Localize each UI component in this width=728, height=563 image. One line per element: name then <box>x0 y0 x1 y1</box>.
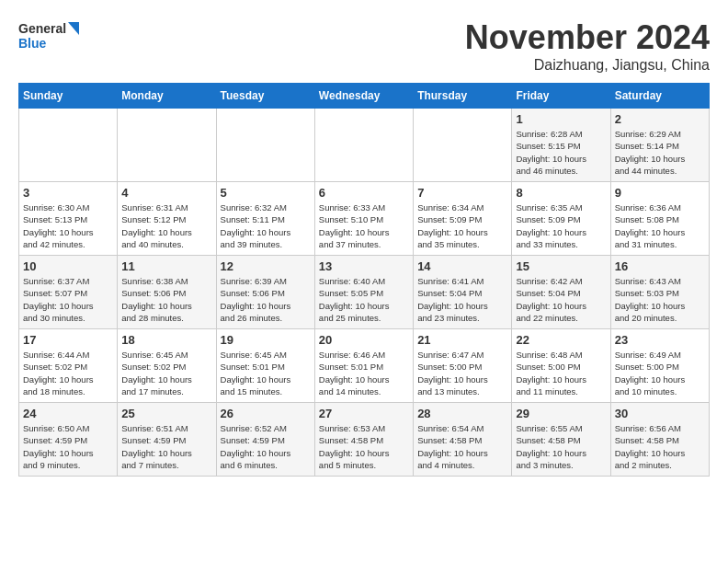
calendar-cell <box>314 109 413 182</box>
day-number: 19 <box>221 333 311 347</box>
logo: GeneralBlue <box>18 18 92 55</box>
calendar-cell: 17Sunrise: 6:44 AM Sunset: 5:02 PM Dayli… <box>19 329 118 403</box>
day-number: 2 <box>615 112 705 126</box>
calendar-table: SundayMondayTuesdayWednesdayThursdayFrid… <box>18 83 710 477</box>
calendar-cell: 26Sunrise: 6:52 AM Sunset: 4:59 PM Dayli… <box>216 403 314 477</box>
day-number: 27 <box>319 407 409 420</box>
day-info: Sunrise: 6:46 AM Sunset: 5:01 PM Dayligh… <box>319 349 409 397</box>
weekday-header: Wednesday <box>314 84 413 109</box>
calendar-cell: 15Sunrise: 6:42 AM Sunset: 5:04 PM Dayli… <box>512 256 610 329</box>
day-info: Sunrise: 6:36 AM Sunset: 5:08 PM Dayligh… <box>615 201 705 250</box>
day-number: 12 <box>221 259 311 273</box>
day-info: Sunrise: 6:28 AM Sunset: 5:15 PM Dayligh… <box>516 128 606 177</box>
day-number: 8 <box>516 186 606 200</box>
weekday-header: Monday <box>118 84 216 109</box>
header: GeneralBlue November 2024 Daizhuang, Jia… <box>18 18 710 74</box>
calendar-week-row: 1Sunrise: 6:28 AM Sunset: 5:15 PM Daylig… <box>19 109 710 182</box>
day-info: Sunrise: 6:54 AM Sunset: 4:58 PM Dayligh… <box>417 422 507 471</box>
svg-text:Blue: Blue <box>18 36 47 51</box>
day-info: Sunrise: 6:55 AM Sunset: 4:58 PM Dayligh… <box>516 422 606 471</box>
day-number: 7 <box>417 186 507 200</box>
calendar-cell: 11Sunrise: 6:38 AM Sunset: 5:06 PM Dayli… <box>118 256 216 329</box>
calendar-cell: 10Sunrise: 6:37 AM Sunset: 5:07 PM Dayli… <box>19 256 118 329</box>
calendar-cell <box>216 109 314 182</box>
calendar-cell: 18Sunrise: 6:45 AM Sunset: 5:02 PM Dayli… <box>118 329 216 403</box>
day-number: 5 <box>221 186 311 200</box>
weekday-header: Thursday <box>414 84 512 109</box>
day-info: Sunrise: 6:31 AM Sunset: 5:12 PM Dayligh… <box>121 201 211 250</box>
calendar-cell: 6Sunrise: 6:33 AM Sunset: 5:10 PM Daylig… <box>314 182 413 256</box>
calendar-cell: 20Sunrise: 6:46 AM Sunset: 5:01 PM Dayli… <box>314 329 413 403</box>
weekday-header: Sunday <box>19 84 118 109</box>
calendar-cell: 13Sunrise: 6:40 AM Sunset: 5:05 PM Dayli… <box>314 256 413 329</box>
day-info: Sunrise: 6:45 AM Sunset: 5:01 PM Dayligh… <box>221 349 311 397</box>
day-info: Sunrise: 6:30 AM Sunset: 5:13 PM Dayligh… <box>23 201 113 250</box>
calendar-cell: 1Sunrise: 6:28 AM Sunset: 5:15 PM Daylig… <box>512 109 610 182</box>
calendar-cell: 28Sunrise: 6:54 AM Sunset: 4:58 PM Dayli… <box>414 403 512 477</box>
calendar-cell: 16Sunrise: 6:43 AM Sunset: 5:03 PM Dayli… <box>610 256 709 329</box>
calendar-cell: 24Sunrise: 6:50 AM Sunset: 4:59 PM Dayli… <box>19 403 118 477</box>
calendar-cell: 3Sunrise: 6:30 AM Sunset: 5:13 PM Daylig… <box>19 182 118 256</box>
calendar-week-row: 10Sunrise: 6:37 AM Sunset: 5:07 PM Dayli… <box>19 256 710 329</box>
day-number: 13 <box>319 259 409 273</box>
day-number: 28 <box>417 407 507 420</box>
day-number: 21 <box>417 333 507 347</box>
weekday-header: Saturday <box>610 84 709 109</box>
day-info: Sunrise: 6:51 AM Sunset: 4:59 PM Dayligh… <box>121 422 211 471</box>
calendar-cell: 30Sunrise: 6:56 AM Sunset: 4:58 PM Dayli… <box>610 403 709 477</box>
day-info: Sunrise: 6:34 AM Sunset: 5:09 PM Dayligh… <box>417 201 507 250</box>
calendar-cell <box>118 109 216 182</box>
day-number: 1 <box>516 112 606 126</box>
calendar-cell: 2Sunrise: 6:29 AM Sunset: 5:14 PM Daylig… <box>610 109 709 182</box>
calendar-cell: 29Sunrise: 6:55 AM Sunset: 4:58 PM Dayli… <box>512 403 610 477</box>
logo-icon: GeneralBlue <box>18 18 92 55</box>
calendar-cell: 8Sunrise: 6:35 AM Sunset: 5:09 PM Daylig… <box>512 182 610 256</box>
day-info: Sunrise: 6:48 AM Sunset: 5:00 PM Dayligh… <box>516 349 606 397</box>
day-number: 4 <box>121 186 211 200</box>
svg-text:General: General <box>18 21 66 36</box>
day-info: Sunrise: 6:50 AM Sunset: 4:59 PM Dayligh… <box>23 422 113 471</box>
calendar-cell: 9Sunrise: 6:36 AM Sunset: 5:08 PM Daylig… <box>610 182 709 256</box>
day-number: 29 <box>516 407 606 420</box>
day-number: 9 <box>615 186 705 200</box>
title-area: November 2024 Daizhuang, Jiangsu, China <box>465 18 710 74</box>
calendar-cell <box>19 109 118 182</box>
month-title: November 2024 <box>465 18 710 57</box>
calendar-cell: 12Sunrise: 6:39 AM Sunset: 5:06 PM Dayli… <box>216 256 314 329</box>
calendar-week-row: 17Sunrise: 6:44 AM Sunset: 5:02 PM Dayli… <box>19 329 710 403</box>
day-info: Sunrise: 6:49 AM Sunset: 5:00 PM Dayligh… <box>615 349 705 397</box>
calendar-cell: 5Sunrise: 6:32 AM Sunset: 5:11 PM Daylig… <box>216 182 314 256</box>
day-info: Sunrise: 6:35 AM Sunset: 5:09 PM Dayligh… <box>516 201 606 250</box>
day-number: 10 <box>23 259 113 273</box>
weekday-header: Tuesday <box>216 84 314 109</box>
day-info: Sunrise: 6:41 AM Sunset: 5:04 PM Dayligh… <box>417 275 507 324</box>
calendar-cell: 23Sunrise: 6:49 AM Sunset: 5:00 PM Dayli… <box>610 329 709 403</box>
calendar-cell: 7Sunrise: 6:34 AM Sunset: 5:09 PM Daylig… <box>414 182 512 256</box>
location-title: Daizhuang, Jiangsu, China <box>465 57 710 74</box>
day-number: 24 <box>23 407 113 420</box>
weekday-header: Friday <box>512 84 610 109</box>
day-info: Sunrise: 6:37 AM Sunset: 5:07 PM Dayligh… <box>23 275 113 324</box>
day-number: 11 <box>121 259 211 273</box>
day-number: 16 <box>615 259 705 273</box>
day-number: 23 <box>615 333 705 347</box>
calendar-cell <box>414 109 512 182</box>
day-info: Sunrise: 6:43 AM Sunset: 5:03 PM Dayligh… <box>615 275 705 324</box>
day-number: 22 <box>516 333 606 347</box>
day-info: Sunrise: 6:52 AM Sunset: 4:59 PM Dayligh… <box>221 422 311 471</box>
day-number: 15 <box>516 259 606 273</box>
calendar-cell: 19Sunrise: 6:45 AM Sunset: 5:01 PM Dayli… <box>216 329 314 403</box>
day-number: 6 <box>319 186 409 200</box>
day-info: Sunrise: 6:29 AM Sunset: 5:14 PM Dayligh… <box>615 128 705 177</box>
day-number: 14 <box>417 259 507 273</box>
calendar-cell: 4Sunrise: 6:31 AM Sunset: 5:12 PM Daylig… <box>118 182 216 256</box>
day-info: Sunrise: 6:38 AM Sunset: 5:06 PM Dayligh… <box>121 275 211 324</box>
calendar-cell: 14Sunrise: 6:41 AM Sunset: 5:04 PM Dayli… <box>414 256 512 329</box>
day-info: Sunrise: 6:32 AM Sunset: 5:11 PM Dayligh… <box>221 201 311 250</box>
header-row: SundayMondayTuesdayWednesdayThursdayFrid… <box>19 84 710 109</box>
day-info: Sunrise: 6:42 AM Sunset: 5:04 PM Dayligh… <box>516 275 606 324</box>
day-info: Sunrise: 6:47 AM Sunset: 5:00 PM Dayligh… <box>417 349 507 397</box>
day-number: 17 <box>23 333 113 347</box>
day-info: Sunrise: 6:33 AM Sunset: 5:10 PM Dayligh… <box>319 201 409 250</box>
day-info: Sunrise: 6:53 AM Sunset: 4:58 PM Dayligh… <box>319 422 409 471</box>
